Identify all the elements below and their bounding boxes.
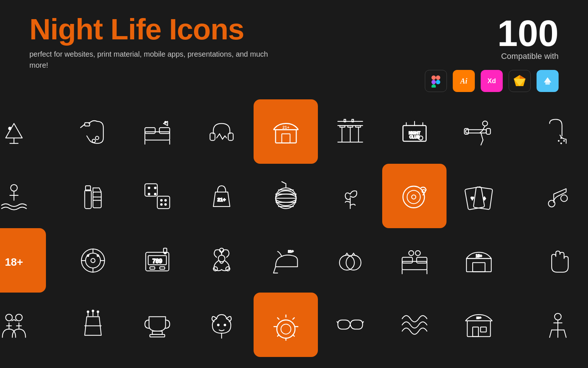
svg-point-79 (160, 203, 162, 206)
svg-point-94 (412, 195, 416, 199)
svg-point-92 (403, 186, 424, 208)
icon-cell-trophy (125, 293, 189, 357)
svg-point-143 (87, 310, 89, 313)
svg-point-17 (92, 139, 95, 142)
svg-rect-19 (145, 127, 155, 133)
svg-point-145 (97, 310, 99, 313)
icon-cell-21plus-store: 21+ (254, 99, 318, 164)
svg-rect-116 (159, 266, 165, 269)
xd-icon: Xd (481, 70, 503, 92)
svg-point-149 (223, 323, 226, 326)
icon-cell-cocktail (0, 99, 46, 164)
icon-cell-sunglasses (318, 293, 382, 357)
svg-text:21+: 21+ (217, 197, 226, 202)
svg-point-23 (164, 121, 167, 123)
svg-rect-147 (150, 334, 165, 337)
svg-rect-134 (473, 262, 485, 272)
svg-point-75 (148, 193, 150, 195)
svg-point-152 (281, 324, 291, 334)
illustrator-icon: Ai (453, 70, 475, 92)
icon-cell-slot-machine: 789 (125, 228, 189, 293)
svg-rect-20 (159, 127, 169, 133)
icon-cell-wedding-rings (318, 228, 382, 293)
icon-cell-18plus-shop: 18+ (447, 228, 511, 293)
subtitle: perfect for websites, print material, mo… (29, 49, 287, 71)
svg-text:NIGHT: NIGHT (409, 131, 420, 135)
svg-rect-10 (545, 82, 550, 85)
svg-point-148 (217, 323, 219, 326)
svg-rect-24 (210, 133, 215, 140)
svg-text:18+: 18+ (476, 254, 482, 258)
svg-point-65 (11, 184, 17, 191)
svg-text:18+: 18+ (476, 316, 481, 319)
svg-point-4 (436, 80, 440, 84)
svg-line-29 (225, 136, 227, 138)
icon-cell-disco-ball (254, 164, 318, 228)
svg-point-78 (164, 203, 167, 206)
svg-text:♥: ♥ (470, 195, 474, 201)
svg-rect-30 (275, 130, 296, 143)
svg-rect-128 (416, 257, 427, 263)
svg-rect-127 (402, 257, 412, 263)
icon-cell-exercise (447, 99, 511, 164)
svg-text:CLUB: CLUB (409, 135, 419, 139)
icon-cell-waves (382, 293, 447, 357)
svg-point-124 (339, 255, 354, 270)
svg-point-118 (164, 252, 166, 254)
svg-point-80 (164, 199, 167, 201)
icon-cell-headphones (189, 99, 254, 164)
svg-line-59 (482, 126, 485, 131)
svg-point-74 (154, 187, 157, 189)
icon-cell-dice (125, 164, 189, 228)
svg-rect-66 (85, 190, 91, 209)
svg-line-28 (222, 136, 225, 139)
svg-line-58 (481, 140, 483, 145)
icon-cell-drink-drops (61, 293, 125, 357)
title-section: Night Life Icons perfect for websites, p… (29, 15, 287, 71)
svg-rect-56 (486, 128, 490, 134)
icon-cell-rose (318, 164, 382, 228)
svg-line-162 (362, 322, 363, 323)
icon-cell-couple (0, 293, 46, 357)
icon-cell-saxophone (61, 99, 125, 164)
svg-line-84 (282, 181, 286, 184)
icon-cell-dj (61, 228, 125, 293)
svg-rect-146 (152, 331, 162, 334)
svg-point-76 (154, 193, 157, 195)
svg-point-13 (8, 127, 11, 130)
svg-point-53 (483, 121, 488, 126)
svg-rect-44 (352, 119, 354, 122)
svg-point-105 (91, 258, 95, 262)
sketch-icon (509, 70, 531, 92)
svg-rect-31 (282, 134, 290, 143)
icon-cell-bed-rings (382, 228, 447, 293)
craft-icon (537, 70, 559, 92)
svg-line-26 (216, 134, 219, 138)
icon-cell-shopping-bag: 21+ (189, 164, 254, 228)
icon-cell-shower (526, 99, 588, 164)
svg-point-16 (95, 136, 98, 139)
svg-rect-3 (436, 75, 440, 80)
svg-point-137 (6, 314, 12, 321)
svg-text:21+: 21+ (288, 249, 293, 253)
icon-cell-pool (0, 164, 46, 228)
svg-point-100 (548, 200, 555, 207)
svg-line-156 (293, 334, 295, 336)
svg-rect-165 (480, 327, 486, 332)
svg-point-93 (407, 190, 420, 204)
svg-point-111 (97, 254, 99, 257)
right-section: 100 Compatible with Ai Xd (425, 15, 559, 92)
svg-text:789: 789 (152, 258, 162, 264)
svg-rect-1 (431, 80, 436, 84)
icon-cell-vinyl (382, 164, 447, 228)
main-title: Night Life Icons (29, 15, 287, 44)
icon-cell-building: 18+ (447, 293, 511, 357)
svg-point-77 (160, 199, 162, 201)
icon-count: 100 (497, 15, 559, 52)
svg-rect-115 (150, 266, 155, 269)
svg-point-62 (558, 140, 560, 142)
icon-cell-sun (254, 293, 318, 357)
svg-rect-164 (473, 327, 478, 336)
svg-point-168 (555, 313, 561, 320)
svg-rect-36 (340, 125, 345, 127)
